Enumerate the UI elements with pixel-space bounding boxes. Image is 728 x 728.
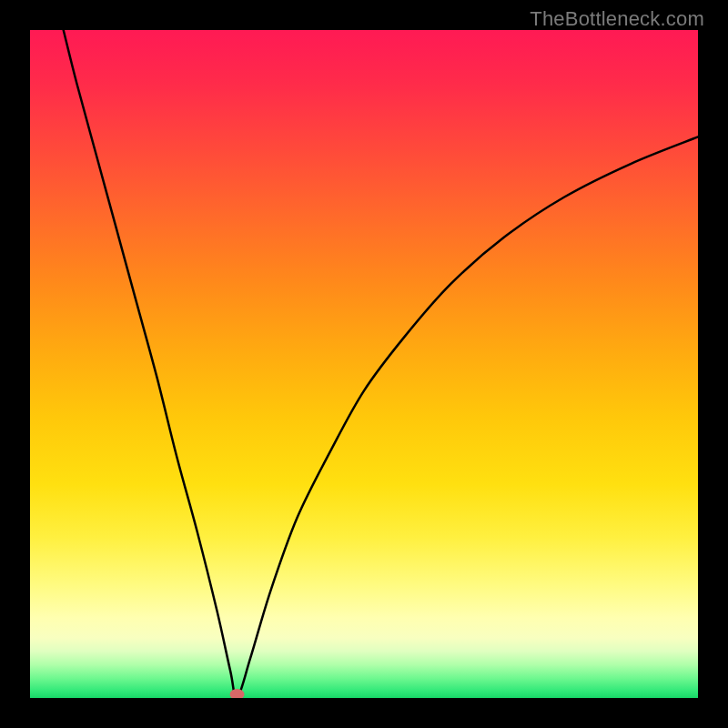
plot-area (30, 30, 698, 698)
min-marker-icon (230, 689, 245, 698)
curve-svg (30, 30, 698, 698)
watermark-text: TheBottleneck.com (530, 7, 704, 31)
bottleneck-curve-path (64, 30, 698, 698)
chart-frame: TheBottleneck.com (0, 0, 728, 728)
